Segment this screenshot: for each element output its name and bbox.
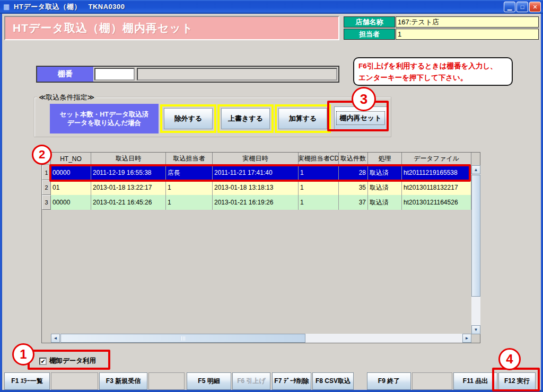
row-number[interactable]: 3 [42, 195, 51, 210]
column-header-datafile: データファイル [402, 153, 471, 165]
window-frame-right [541, 0, 543, 392]
column-header-ht-no: HT_NO [51, 153, 91, 165]
exclude-button[interactable]: 除外する [164, 108, 213, 129]
vertical-scrollbar-thumb[interactable] [471, 175, 480, 297]
f4-empty-slot [148, 372, 185, 390]
cell-import-datetime: 2013-01-18 13:22:17 [91, 180, 166, 195]
annotation-circle-4: 4 [498, 348, 521, 370]
cell-status: 取込済 [368, 195, 402, 210]
annotation-box-checkbox [28, 350, 110, 370]
f2-empty-slot [51, 372, 98, 390]
cell-count: 35 [339, 180, 368, 195]
window-frame-left [0, 0, 2, 392]
cell-stock-staff-cd: 1 [299, 195, 339, 210]
staff-label: 担当者 [344, 29, 395, 40]
cell-status: 取込済 [368, 180, 402, 195]
exclude-button-highlight: 除外する [160, 104, 216, 133]
import-condition-group-title: ≪取込条件指定≫ [37, 93, 96, 102]
f7-data-delete-button[interactable]: F7 ﾃﾞｰﾀ削除 [272, 372, 311, 390]
window-frame-bottom [0, 390, 543, 392]
horizontal-scrollbar-thumb[interactable] [60, 334, 305, 343]
store-name-label: 店舗名称 [344, 16, 395, 28]
column-header-status: 処理 [368, 153, 402, 165]
app-icon: ▦ [3, 3, 12, 11]
annotation-circle-2: 2 [32, 145, 52, 165]
add-button-highlight: 加算する [275, 104, 331, 133]
f10-empty-slot [412, 372, 452, 390]
staff-value: 1 [396, 29, 539, 40]
cell-datafile: ht20130121164526 [402, 195, 471, 210]
f1-error-list-button[interactable]: F1 ｴﾗｰ一覧 [4, 372, 50, 390]
cell-stock-staff-cd: 1 [299, 180, 339, 195]
condition-description-panel: セット本数・HTデータ取込済 データを取り込んだ場合 [50, 104, 159, 133]
f6-pullup-button: F6 引上げ [232, 372, 270, 390]
maximize-button[interactable]: □ [516, 2, 528, 12]
minimize-button[interactable]: ▁ [504, 2, 515, 12]
f9-exit-button[interactable]: F9 終了 [367, 372, 411, 390]
annotation-circle-1: 1 [12, 343, 34, 366]
scroll-down-button[interactable]: ▼ [471, 325, 480, 334]
cell-datafile: ht20130118132217 [402, 180, 471, 195]
annotation-box-selected-row [49, 164, 471, 182]
table-row[interactable]: 3 00000 2013-01-21 16:45:26 1 2013-01-21… [42, 195, 471, 210]
overwrite-button[interactable]: 上書きする [221, 108, 270, 129]
store-name-value: 167:テスト店 [396, 16, 539, 28]
shelf-number-input[interactable] [94, 68, 135, 81]
condition-description-line1: セット本数・HTデータ取込済 [59, 110, 148, 119]
f11-shipping-button[interactable]: F11 品出 [453, 372, 497, 390]
f6-instruction-note: F6引上げを利用するときは棚番を入力し、 エンターキーを押下して下さい。 [353, 57, 513, 86]
table-row[interactable]: 2 01 2013-01-18 13:22:17 1 2013-01-18 13… [42, 180, 471, 195]
annotation-box-f12 [492, 368, 540, 391]
cell-import-staff: 1 [166, 180, 213, 195]
condition-description-line2: データを取り込んだ場合 [67, 119, 141, 127]
cell-ht-no: 01 [51, 180, 91, 195]
cell-import-datetime: 2013-01-21 16:45:26 [91, 195, 166, 210]
column-header-stock-staff-cd: 実棚担当者CD [299, 153, 339, 165]
scroll-left-button[interactable]: ◄ [51, 334, 60, 343]
column-header-count: 取込件数 [339, 153, 368, 165]
f8-csv-import-button[interactable]: F8 CSV取込 [312, 372, 354, 390]
column-header-import-datetime: 取込日時 [91, 153, 166, 165]
annotation-circle-3: 3 [352, 87, 376, 111]
cell-stock-datetime: 2013-01-18 13:18:13 [213, 180, 299, 195]
app-window: ▦ HTデータ取込（棚） TKNA0300 ▁ □ ✕ HTデータ取込（棚）棚内… [0, 0, 543, 392]
shelf-display-field [137, 68, 337, 81]
scroll-up-button[interactable]: ▲ [471, 165, 480, 174]
f3-new-receive-button[interactable]: F3 新規受信 [99, 372, 147, 390]
f5-detail-button[interactable]: F5 明細 [187, 372, 231, 390]
close-button[interactable]: ✕ [529, 2, 541, 12]
note-line-1: F6引上げを利用するときは棚番を入力し、 [358, 60, 507, 72]
shelf-number-label: 棚番 [37, 67, 93, 82]
cell-ht-no: 00000 [51, 195, 91, 210]
add-button[interactable]: 加算する [278, 108, 327, 129]
row-number[interactable]: 2 [42, 180, 51, 195]
page-title: HTデータ取込（棚）棚内再セット [4, 16, 339, 40]
note-line-2: エンターキーを押下して下さい。 [358, 72, 507, 84]
shelf-number-row: 棚番 [36, 66, 339, 83]
scroll-right-button[interactable]: ► [462, 334, 471, 343]
cell-import-staff: 1 [166, 195, 213, 210]
scrollbar-grip [61, 334, 305, 342]
window-titlebar: ▦ HTデータ取込（棚） TKNA0300 ▁ □ ✕ [0, 0, 543, 14]
column-header-import-staff: 取込担当者 [166, 153, 213, 165]
overwrite-button-highlight: 上書きする [217, 104, 274, 133]
column-header-stock-datetime: 実棚日時 [213, 153, 299, 165]
cell-count: 37 [339, 195, 368, 210]
cell-stock-datetime: 2013-01-21 16:19:26 [213, 195, 299, 210]
window-title: HTデータ取込（棚） TKNA0300 [14, 2, 504, 12]
table-header-row: HT_NO 取込日時 取込担当者 実棚日時 実棚担当者CD 取込件数 処理 デー… [42, 153, 471, 165]
